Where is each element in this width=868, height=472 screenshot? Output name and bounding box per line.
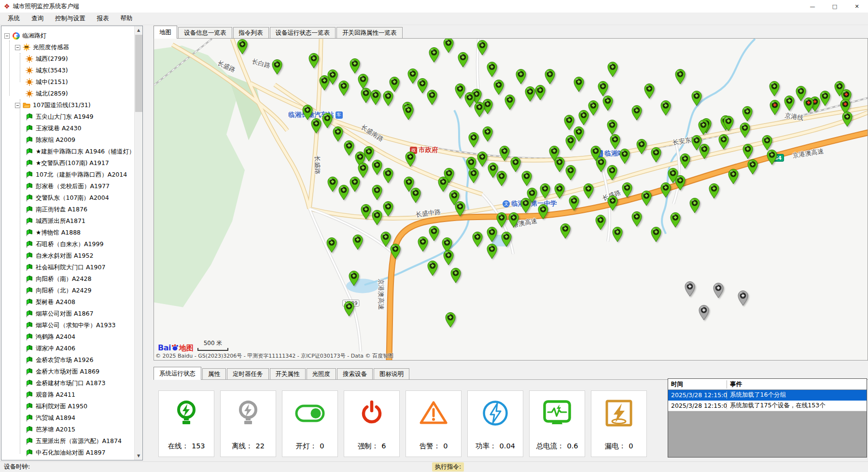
tab-开关回路属性一览表[interactable]: 开关回路属性一览表 bbox=[336, 27, 403, 38]
device-pin-online[interactable] bbox=[784, 95, 795, 111]
menu-item-帮助[interactable]: 帮助 bbox=[115, 13, 139, 24]
tab-搜索设备[interactable]: 搜索设备 bbox=[337, 368, 373, 379]
tree-item[interactable]: 金桥农贸市场 A1926 bbox=[26, 354, 93, 366]
device-pin-online[interactable] bbox=[437, 176, 449, 192]
device-pin-online[interactable] bbox=[747, 159, 758, 175]
device-pin-online[interactable] bbox=[742, 106, 753, 122]
event-row[interactable]: 2025/3/28 12:15:08系统加载了175个设备，在线153个 bbox=[668, 401, 867, 411]
device-pin-online[interactable] bbox=[641, 190, 652, 206]
device-pin-online[interactable] bbox=[691, 90, 702, 106]
scrollbar-thumb[interactable] bbox=[135, 35, 142, 112]
device-pin-online[interactable] bbox=[554, 156, 565, 172]
tree-item[interactable]: 自来水斜对面 A1952 bbox=[26, 250, 93, 262]
scroll-down-arrow-icon[interactable]: ▼ bbox=[135, 452, 142, 460]
device-pin-online[interactable] bbox=[476, 40, 488, 56]
device-pin-online[interactable] bbox=[521, 170, 532, 186]
device-pin-online[interactable] bbox=[443, 38, 454, 53]
tab-指令列表[interactable]: 指令列表 bbox=[233, 27, 269, 38]
scroll-up-arrow-icon[interactable]: ▲ bbox=[135, 26, 142, 34]
device-pin-online[interactable] bbox=[728, 168, 739, 184]
tree-item[interactable]: 五里派出所（富源汽配）A1874 bbox=[26, 435, 122, 447]
tree-item[interactable]: 向阳桥（北）A2429 bbox=[26, 285, 91, 296]
device-pin-online[interactable] bbox=[410, 187, 421, 203]
device-pin-online[interactable] bbox=[583, 183, 594, 199]
device-pin-online[interactable] bbox=[454, 201, 466, 217]
device-pin-online[interactable] bbox=[496, 170, 507, 186]
device-pin-online[interactable] bbox=[670, 212, 681, 228]
tree-item[interactable]: 南正街转盘 A1876 bbox=[26, 204, 87, 215]
device-pin-online[interactable] bbox=[486, 226, 498, 242]
device-pin-online[interactable] bbox=[520, 197, 532, 213]
device-pin-online[interactable] bbox=[428, 225, 440, 241]
device-pin-online[interactable] bbox=[428, 47, 440, 63]
device-pin-online[interactable] bbox=[382, 90, 394, 106]
device-pin-online[interactable] bbox=[554, 183, 565, 199]
device-pin-online[interactable] bbox=[349, 58, 361, 74]
device-pin-online[interactable] bbox=[612, 226, 623, 242]
device-pin-online[interactable] bbox=[403, 104, 414, 120]
device-pin-online[interactable] bbox=[308, 53, 320, 69]
device-pin-online[interactable] bbox=[382, 167, 394, 183]
device-pin-online[interactable] bbox=[565, 135, 576, 151]
device-pin-online[interactable] bbox=[573, 76, 585, 92]
device-pin-online[interactable] bbox=[597, 81, 609, 97]
device-pin-online[interactable] bbox=[390, 243, 401, 259]
device-pin-online[interactable] bbox=[674, 69, 686, 84]
device-pin-online[interactable] bbox=[426, 89, 438, 105]
device-pin-online[interactable] bbox=[568, 195, 580, 211]
device-pin-online[interactable] bbox=[349, 176, 361, 192]
device-pin-online[interactable] bbox=[501, 231, 512, 247]
device-pin-online[interactable] bbox=[427, 260, 438, 276]
device-pin-online[interactable] bbox=[742, 143, 754, 159]
device-pin-online[interactable] bbox=[326, 237, 337, 253]
device-pin-online[interactable] bbox=[476, 151, 488, 167]
tree-item[interactable]: 107北（建新中路路口西）A2014 bbox=[26, 169, 127, 180]
device-pin-online[interactable] bbox=[443, 250, 454, 265]
tree-item[interactable]: 烟草公司对面 A1867 bbox=[26, 308, 93, 319]
tree-item[interactable]: 石咀桥（自来水）A1999 bbox=[26, 238, 103, 250]
tree-item[interactable]: 谭家冲 A2406 bbox=[26, 343, 75, 354]
device-pin-online[interactable] bbox=[486, 61, 498, 77]
tree-item[interactable]: 城北(2859) bbox=[26, 88, 68, 99]
tree-item[interactable]: 汽贸城 A1894 bbox=[26, 412, 75, 424]
device-pin-online[interactable] bbox=[595, 156, 607, 172]
device-pin-offline[interactable] bbox=[713, 282, 724, 298]
tree-item[interactable]: 向阳桥（南）A2428 bbox=[26, 273, 91, 285]
device-pin-online[interactable] bbox=[343, 140, 355, 156]
device-pin-online[interactable] bbox=[606, 119, 618, 135]
tree-item[interactable]: 福利院对面 A1950 bbox=[26, 401, 87, 412]
device-pin-online[interactable] bbox=[371, 159, 383, 175]
device-pin-online[interactable] bbox=[534, 84, 546, 100]
device-pin-online[interactable] bbox=[636, 139, 647, 154]
menu-item-系统[interactable]: 系统 bbox=[2, 13, 26, 24]
tree-item[interactable]: 临湘路灯 bbox=[4, 30, 46, 42]
tab-设备信息一览表[interactable]: 设备信息一览表 bbox=[178, 27, 232, 38]
menu-item-查询[interactable]: 查询 bbox=[26, 13, 49, 24]
device-pin-online[interactable] bbox=[382, 201, 394, 217]
event-header-time[interactable]: 时间 bbox=[668, 380, 727, 389]
minimize-button[interactable]: — bbox=[801, 0, 824, 13]
device-pin-offline[interactable] bbox=[684, 281, 696, 297]
tree-item[interactable]: 城西(2799) bbox=[26, 53, 68, 65]
device-pin-online[interactable] bbox=[578, 110, 589, 125]
menu-item-报表[interactable]: 报表 bbox=[91, 13, 115, 24]
tab-属性[interactable]: 属性 bbox=[202, 368, 226, 379]
device-pin-offline[interactable] bbox=[737, 290, 749, 306]
tree-item[interactable]: 五尖山大门东 A1949 bbox=[26, 111, 93, 123]
tree-item[interactable]: 城西派出所A1871 bbox=[26, 215, 85, 227]
device-pin-online[interactable] bbox=[332, 126, 344, 142]
device-pin-online[interactable] bbox=[708, 183, 720, 199]
device-pin-online[interactable] bbox=[319, 75, 330, 91]
tree-item[interactable]: 金桥大市场对面 A1869 bbox=[26, 366, 99, 377]
tree-item[interactable]: ★建新中路路口东 A1946（辅道灯） bbox=[26, 146, 135, 157]
device-pin-online[interactable] bbox=[698, 119, 709, 135]
device-pin-online[interactable] bbox=[322, 112, 333, 128]
tree-item[interactable]: 梨树巷 A2408 bbox=[26, 296, 75, 308]
device-pin-online[interactable] bbox=[496, 212, 507, 228]
tab-设备运行状态一览表[interactable]: 设备运行状态一览表 bbox=[270, 27, 336, 38]
device-pin-online[interactable] bbox=[450, 267, 462, 283]
device-pin-online[interactable] bbox=[348, 270, 360, 286]
device-pin-online[interactable] bbox=[482, 126, 493, 142]
tree-item[interactable]: 观音路 A2411 bbox=[26, 389, 75, 401]
device-pin-online[interactable] bbox=[370, 89, 381, 105]
